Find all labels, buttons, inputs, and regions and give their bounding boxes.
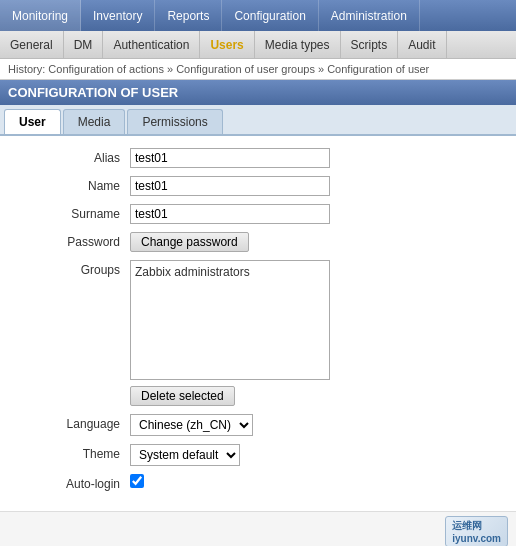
- groups-control: Zabbix administrators Delete selected: [130, 260, 506, 406]
- groups-row: Groups Zabbix administrators Delete sele…: [0, 260, 516, 406]
- tab-bar: User Media Permissions: [0, 105, 516, 136]
- autologin-control: [130, 474, 506, 491]
- language-select[interactable]: Chinese (zh_CN) Default English (en_US): [130, 414, 253, 436]
- subnav-scripts[interactable]: Scripts: [341, 31, 399, 58]
- tab-permissions[interactable]: Permissions: [127, 109, 222, 134]
- subnav-audit[interactable]: Audit: [398, 31, 446, 58]
- subnav-authentication[interactable]: Authentication: [103, 31, 200, 58]
- surname-label: Surname: [10, 204, 130, 221]
- subnav-users[interactable]: Users: [200, 31, 254, 58]
- nav-administration[interactable]: Administration: [319, 0, 420, 31]
- surname-row: Surname: [0, 204, 516, 224]
- delete-selected-button[interactable]: Delete selected: [130, 386, 235, 406]
- name-control: [130, 176, 506, 196]
- nav-inventory[interactable]: Inventory: [81, 0, 155, 31]
- password-label: Password: [10, 232, 130, 249]
- theme-control: System default Blue Dark: [130, 444, 506, 466]
- nav-configuration[interactable]: Configuration: [222, 0, 318, 31]
- alias-control: [130, 148, 506, 168]
- nav-reports[interactable]: Reports: [155, 0, 222, 31]
- brand-box: 运维网 iyunv.com: [445, 516, 508, 546]
- theme-label: Theme: [10, 444, 130, 461]
- password-control: Change password: [130, 232, 506, 252]
- user-form: Alias Name Surname Password Change passw…: [0, 136, 516, 511]
- brand-footer: 运维网 iyunv.com: [0, 511, 516, 546]
- autologin-checkbox[interactable]: [130, 474, 144, 488]
- language-control: Chinese (zh_CN) Default English (en_US): [130, 414, 506, 436]
- theme-select[interactable]: System default Blue Dark: [130, 444, 240, 466]
- alias-label: Alias: [10, 148, 130, 165]
- surname-input[interactable]: [130, 204, 330, 224]
- groups-value: Zabbix administrators: [135, 265, 250, 279]
- name-input[interactable]: [130, 176, 330, 196]
- tab-user[interactable]: User: [4, 109, 61, 134]
- page-title: CONFIGURATION OF USER: [0, 80, 516, 105]
- top-navigation: Monitoring Inventory Reports Configurati…: [0, 0, 516, 31]
- alias-input[interactable]: [130, 148, 330, 168]
- groups-box: Zabbix administrators: [130, 260, 330, 380]
- name-label: Name: [10, 176, 130, 193]
- subnav-general[interactable]: General: [0, 31, 64, 58]
- groups-label: Groups: [10, 260, 130, 277]
- brand-line1: 运维网: [452, 519, 501, 533]
- surname-control: [130, 204, 506, 224]
- brand-line2: iyunv.com: [452, 533, 501, 544]
- subnav-mediatypes[interactable]: Media types: [255, 31, 341, 58]
- password-row: Password Change password: [0, 232, 516, 252]
- second-navigation: General DM Authentication Users Media ty…: [0, 31, 516, 59]
- nav-monitoring[interactable]: Monitoring: [0, 0, 81, 31]
- language-row: Language Chinese (zh_CN) Default English…: [0, 414, 516, 436]
- language-label: Language: [10, 414, 130, 431]
- change-password-button[interactable]: Change password: [130, 232, 249, 252]
- subnav-dm[interactable]: DM: [64, 31, 104, 58]
- alias-row: Alias: [0, 148, 516, 168]
- name-row: Name: [0, 176, 516, 196]
- autologin-row: Auto-login: [0, 474, 516, 491]
- autologin-label: Auto-login: [10, 474, 130, 491]
- breadcrumb: History: Configuration of actions » Conf…: [0, 59, 516, 80]
- tab-media[interactable]: Media: [63, 109, 126, 134]
- theme-row: Theme System default Blue Dark: [0, 444, 516, 466]
